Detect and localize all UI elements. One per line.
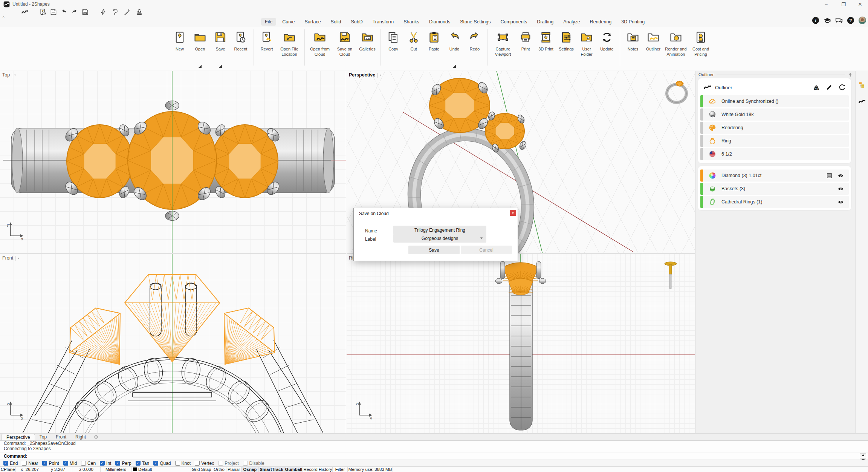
scroll-up-button[interactable] [860, 453, 866, 457]
checkbox[interactable] [42, 461, 47, 466]
dropdown-corner-icon[interactable] [199, 65, 202, 68]
osnap-perp[interactable]: Perp [115, 461, 131, 466]
outliner-item-baskets[interactable]: Baskets (3) [700, 183, 849, 195]
name-input[interactable]: Trilogy Engagement Ring [393, 226, 486, 234]
cut-button[interactable]: Cut [403, 29, 424, 65]
logo-swirl-icon[interactable] [21, 8, 29, 16]
tab-transform[interactable]: Transform [369, 18, 398, 26]
info-icon[interactable]: i [811, 16, 820, 24]
user-avatar[interactable] [858, 16, 866, 24]
tab-diamonds[interactable]: Diamonds [425, 18, 454, 26]
checkbox[interactable] [81, 461, 86, 466]
checkbox[interactable] [153, 461, 158, 466]
save-on-cloud-button[interactable]: Save on Cloud [332, 29, 357, 65]
stamp-icon[interactable] [136, 8, 143, 16]
tab-3d-printing[interactable]: 3D Printing [617, 18, 648, 26]
osnap-disable[interactable]: Disable [243, 461, 264, 466]
checkbox[interactable] [218, 461, 223, 466]
tab-rendering[interactable]: Rendering [586, 18, 616, 26]
osnap-point[interactable]: Point [42, 461, 59, 466]
status-gumball[interactable]: Gumball [284, 467, 303, 472]
save-button[interactable]: Save [210, 29, 231, 65]
outliner-item-online[interactable]: Online and Synchronized () [700, 95, 849, 107]
pin-icon[interactable] [848, 72, 853, 77]
tab-drafting[interactable]: Drafting [533, 18, 557, 26]
viewport-tab-right[interactable]: Right [71, 434, 90, 440]
osnap-mid[interactable]: Mid [63, 461, 77, 466]
copy-button[interactable]: Copy [383, 29, 403, 65]
undo-button[interactable]: Undo [444, 29, 465, 65]
tab-analyze[interactable]: Analyze [559, 18, 584, 26]
status-planar[interactable]: Planar [226, 467, 241, 472]
checkbox[interactable] [22, 461, 27, 466]
status-record-history[interactable]: Record History [303, 467, 333, 472]
outliner-tree-icon[interactable] [858, 81, 866, 89]
osnap-cen[interactable]: Cen [81, 461, 96, 466]
new-button[interactable]: New [170, 29, 190, 65]
open-button[interactable]: Open [190, 29, 210, 65]
open-from-cloud-button[interactable]: Open from Cloud [307, 29, 332, 65]
floppy-icon[interactable] [50, 8, 57, 16]
status-ortho[interactable]: Ortho [212, 467, 226, 472]
tab-surface[interactable]: Surface [301, 18, 325, 26]
chat-icon[interactable] [835, 16, 843, 24]
outliner-item-size[interactable]: 6 1/2 [700, 148, 849, 160]
tab-shanks[interactable]: Shanks [400, 18, 423, 26]
viewport-perspective-label[interactable]: Perspective [349, 72, 382, 78]
help-icon[interactable]: ? [847, 16, 855, 24]
education-icon[interactable] [823, 16, 831, 24]
3d-print-button[interactable]: 3D Print [536, 29, 556, 65]
osnap-near[interactable]: Near [22, 461, 38, 466]
osnap-end[interactable]: End [3, 461, 18, 466]
status-filter[interactable]: Filter [333, 467, 348, 472]
pan-cross-icon[interactable] [93, 434, 99, 440]
viewport-right[interactable]: Right zy [347, 254, 695, 433]
pipe-icon[interactable] [124, 8, 131, 16]
osnap-quad[interactable]: Quad [153, 461, 171, 466]
logo-swirl-icon[interactable] [858, 98, 866, 105]
tab-solid[interactable]: Solid [327, 18, 345, 26]
eye-icon[interactable] [837, 186, 844, 192]
redo-button[interactable]: Redo [465, 29, 485, 65]
close-button[interactable]: ✕ [854, 1, 866, 8]
status-osnap[interactable]: Osnap [241, 467, 259, 472]
status-smarttrack[interactable]: SmartTrack [259, 467, 284, 472]
outliner-item-rendering[interactable]: Rendering [700, 122, 849, 134]
floppy-dots-icon[interactable] [81, 8, 89, 16]
outliner-item-cathedral[interactable]: Cathedral Rings (1) [700, 196, 849, 208]
save-button[interactable]: Save [408, 246, 460, 254]
freehand-icon[interactable] [99, 8, 107, 16]
tab-file[interactable]: File [261, 18, 276, 26]
viewport-top[interactable]: Top yx [0, 71, 346, 254]
restore-button[interactable]: ❐ [837, 1, 850, 8]
refresh-icon[interactable] [838, 84, 846, 91]
pencil-icon[interactable] [825, 84, 833, 91]
viewport-tab-front[interactable]: Front [51, 434, 71, 440]
weight-kg-icon[interactable]: Kg [813, 84, 820, 91]
print-button[interactable]: Print [515, 29, 536, 65]
dialog-close-button[interactable]: x [510, 210, 516, 216]
osnap-knot[interactable]: Knot [175, 461, 191, 466]
settings-button[interactable]: Settings [556, 29, 576, 65]
checkbox[interactable] [63, 461, 68, 466]
undo-icon[interactable] [60, 8, 68, 16]
status-cplane[interactable]: CPlane [0, 467, 16, 472]
notes-button[interactable]: Notes [623, 29, 643, 65]
osnap-vertex[interactable]: Vertex [195, 461, 214, 466]
eye-icon[interactable] [837, 199, 844, 205]
update-button[interactable]: Update [597, 29, 617, 65]
checkbox[interactable] [195, 461, 200, 466]
checkbox[interactable] [3, 461, 8, 466]
render-and-animation-button[interactable]: Render and Animation [663, 29, 688, 65]
dropdown-corner-icon[interactable] [219, 65, 222, 68]
tab-curve[interactable]: Curve [278, 18, 298, 26]
label-select[interactable]: Gorgeous designs [393, 234, 486, 243]
status-layer[interactable]: Default [131, 467, 191, 472]
viewport-tab-perspective[interactable]: Perspective [2, 434, 35, 440]
user-folder-button[interactable]: User Folder [576, 29, 597, 65]
redo-icon[interactable] [71, 8, 78, 16]
recent-button[interactable]: Recent [231, 29, 251, 65]
outliner-item-ring[interactable]: Ring [700, 135, 849, 147]
outliner-item-metal[interactable]: 18k White Gold 18k [700, 108, 849, 121]
viewport-tab-top[interactable]: Top [35, 434, 51, 440]
